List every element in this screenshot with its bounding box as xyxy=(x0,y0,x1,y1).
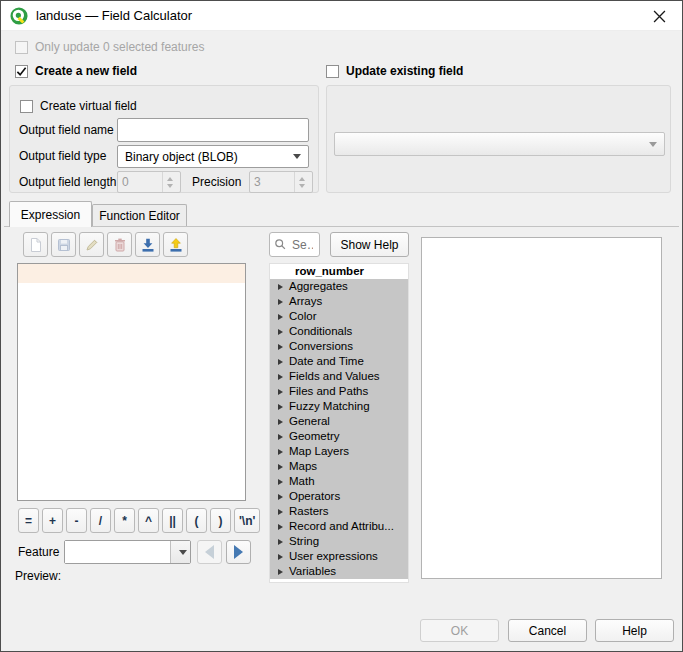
expression-editor[interactable] xyxy=(17,263,246,501)
expand-triangle-icon xyxy=(278,509,283,515)
expand-triangle-icon xyxy=(278,434,283,440)
expand-triangle-icon xyxy=(278,464,283,470)
export-expressions-button[interactable] xyxy=(163,232,188,257)
existing-field-select[interactable] xyxy=(334,132,665,156)
function-group-label: Maps xyxy=(289,459,317,474)
function-group-row[interactable]: Aggregates xyxy=(270,279,408,294)
delete-expression-button[interactable] xyxy=(107,232,132,257)
function-group-row[interactable]: Conversions xyxy=(270,339,408,354)
create-new-field-label: Create a new field xyxy=(35,64,137,78)
next-arrow-icon xyxy=(234,545,243,559)
show-help-button[interactable]: Show Help xyxy=(330,232,409,257)
only-update-checkbox[interactable]: Only update 0 selected features xyxy=(15,40,204,54)
function-group-row[interactable]: Map Layers xyxy=(270,444,408,459)
preview-label: Preview: xyxy=(15,569,61,583)
create-virtual-field-label: Create virtual field xyxy=(40,99,137,113)
function-group-label: Arrays xyxy=(289,294,322,309)
trash-icon xyxy=(112,237,128,253)
output-field-type-label: Output field type xyxy=(19,149,106,163)
function-group-label: General xyxy=(289,414,330,429)
feature-combobox[interactable] xyxy=(64,540,191,564)
expand-triangle-icon xyxy=(278,479,283,485)
precision-value: 3 xyxy=(254,175,294,189)
tab-function-editor-label: Function Editor xyxy=(99,209,180,223)
output-field-type-value: Binary object (BLOB) xyxy=(125,150,289,164)
previous-feature-button[interactable] xyxy=(197,540,222,564)
selected-item-label: row_number xyxy=(295,264,364,279)
operator-button[interactable]: ) xyxy=(210,508,231,533)
new-expression-button[interactable] xyxy=(23,232,48,257)
function-group-row[interactable]: Rasters xyxy=(270,504,408,519)
function-group-row[interactable]: Operators xyxy=(270,489,408,504)
function-group-row[interactable]: Record and Attribu... xyxy=(270,519,408,534)
output-field-length-value: 0 xyxy=(122,175,162,189)
chevron-down-icon xyxy=(179,550,187,555)
precision-label: Precision xyxy=(192,175,241,189)
function-group-label: Date and Time xyxy=(289,354,364,369)
function-group-row[interactable]: String xyxy=(270,534,408,549)
feature-dropdown-button[interactable] xyxy=(170,541,190,563)
function-group-row[interactable]: User expressions xyxy=(270,549,408,564)
cancel-button[interactable]: Cancel xyxy=(508,619,587,642)
update-existing-field-checkbox[interactable]: Update existing field xyxy=(326,64,463,78)
tab-expression-label: Expression xyxy=(21,208,80,222)
next-feature-button[interactable] xyxy=(226,540,251,564)
expand-triangle-icon xyxy=(278,449,283,455)
function-group-row[interactable]: Files and Paths xyxy=(270,384,408,399)
function-group-label: Color xyxy=(289,309,316,324)
checkbox-box xyxy=(15,41,28,54)
function-search-box[interactable] xyxy=(269,232,320,257)
function-group-label: String xyxy=(289,534,319,549)
function-group-label: Fuzzy Matching xyxy=(289,399,370,414)
expand-triangle-icon xyxy=(278,569,283,575)
search-input[interactable] xyxy=(290,237,315,253)
ok-button[interactable]: OK xyxy=(420,619,499,642)
function-group-row[interactable]: Math xyxy=(270,474,408,489)
function-group-row[interactable]: Color xyxy=(270,309,408,324)
operator-button[interactable]: / xyxy=(90,508,111,533)
help-button[interactable]: Help xyxy=(595,619,674,642)
only-update-label: Only update 0 selected features xyxy=(35,40,204,54)
operator-button[interactable]: * xyxy=(114,508,135,533)
create-virtual-field-checkbox[interactable]: Create virtual field xyxy=(20,99,137,113)
operator-button[interactable]: - xyxy=(66,508,87,533)
operator-button[interactable]: = xyxy=(18,508,39,533)
create-new-field-checkbox[interactable]: Create a new field xyxy=(15,64,137,78)
function-group-row[interactable]: Fuzzy Matching xyxy=(270,399,408,414)
function-group-label: Rasters xyxy=(289,504,329,519)
chevron-down-icon xyxy=(293,154,301,159)
function-group-row[interactable]: Maps xyxy=(270,459,408,474)
new-field-group: Create virtual field Output field name O… xyxy=(9,85,319,193)
import-expressions-button[interactable] xyxy=(135,232,160,257)
operator-button[interactable]: + xyxy=(42,508,63,533)
operator-button[interactable]: ( xyxy=(186,508,207,533)
tab-function-editor[interactable]: Function Editor xyxy=(92,204,187,226)
function-group-label: User expressions xyxy=(289,549,378,564)
precision-spinner[interactable]: 3 xyxy=(249,171,313,193)
tab-expression[interactable]: Expression xyxy=(9,201,92,227)
feature-input[interactable] xyxy=(65,541,170,563)
save-expression-button[interactable] xyxy=(51,232,76,257)
function-group-row[interactable]: Variables xyxy=(270,564,408,579)
function-list-selected-item[interactable]: row_number xyxy=(270,264,408,279)
function-group-row[interactable]: General xyxy=(270,414,408,429)
operator-button[interactable]: || xyxy=(162,508,183,533)
operator-button[interactable]: ^ xyxy=(138,508,159,533)
output-field-length-spinner[interactable]: 0 xyxy=(117,171,181,193)
function-group-row[interactable]: Date and Time xyxy=(270,354,408,369)
output-field-name-label: Output field name xyxy=(19,123,114,137)
save-icon xyxy=(56,237,72,253)
edit-expression-button[interactable] xyxy=(79,232,104,257)
function-group-row[interactable]: Fields and Values xyxy=(270,369,408,384)
field-calculator-dialog: landuse — Field Calculator Only update 0… xyxy=(0,0,683,652)
operator-buttons: =+-/*^||()'\n' xyxy=(18,508,260,533)
expand-triangle-icon xyxy=(278,284,283,290)
function-group-row[interactable]: Geometry xyxy=(270,429,408,444)
operator-button[interactable]: '\n' xyxy=(234,508,260,533)
close-button[interactable] xyxy=(637,1,682,31)
function-group-row[interactable]: Conditionals xyxy=(270,324,408,339)
output-field-type-select[interactable]: Binary object (BLOB) xyxy=(117,145,309,168)
function-group-row[interactable]: Arrays xyxy=(270,294,408,309)
expand-triangle-icon xyxy=(278,524,283,530)
output-field-name-input[interactable] xyxy=(117,118,309,142)
